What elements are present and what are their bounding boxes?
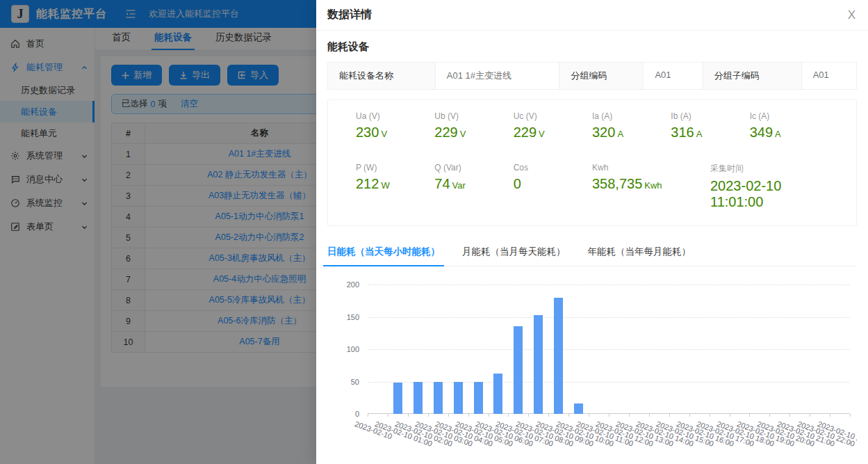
x-axis-tick [508, 414, 509, 417]
y-axis-label: 150 [327, 313, 359, 321]
drawer-header: 数据详情 X [316, 0, 868, 31]
field-value-3: A01 [801, 63, 856, 89]
stat-r1-3: Uc (V)229V [514, 111, 592, 141]
stat-r2-5: 采集时间2023-02-10 11:01:00 [710, 163, 828, 210]
x-axis-tick [468, 414, 469, 417]
device-section-title: 能耗设备 [327, 40, 857, 54]
x-axis-tick [388, 414, 388, 417]
energy-tab-1[interactable]: 日能耗（当天每小时能耗） [327, 246, 440, 266]
stat-r2-3: Cos0 [514, 163, 592, 210]
device-descriptions: 能耗设备名称A01 1#主变进线分组编码A01分组子编码A01 [327, 62, 857, 90]
stat-value: 358,735Kwh [592, 176, 710, 192]
stat-label: Uc (V) [514, 111, 592, 121]
stat-value: 349A [750, 125, 828, 141]
x-axis-tick [789, 414, 790, 417]
x-axis-tick [609, 414, 609, 417]
chart-plot-area [368, 285, 850, 414]
stat-label: Ub (V) [434, 111, 513, 121]
field-value-2: A01 [643, 63, 702, 89]
stat-value: 2023-02-10 11:01:00 [710, 178, 828, 210]
stat-label: Ic (A) [750, 111, 828, 121]
bar-2023-02-10 08:00 [534, 315, 543, 414]
stat-r1-5: Ib (A)316A [671, 111, 749, 141]
stat-suffix: V [381, 129, 387, 139]
stat-suffix: Var [452, 180, 466, 191]
x-axis-tick [568, 414, 569, 417]
x-axis-tick [769, 414, 770, 417]
stat-value: 229V [434, 125, 513, 141]
x-axis-tick [629, 414, 630, 417]
x-axis-tick [649, 414, 650, 417]
drawer-body: 能耗设备 能耗设备名称A01 1#主变进线分组编码A01分组子编码A01 Ua … [316, 31, 868, 449]
close-icon[interactable]: X [848, 9, 855, 21]
stat-value: 74Var [434, 176, 513, 192]
x-axis-tick [368, 414, 368, 417]
x-axis-tick [810, 414, 810, 417]
stat-label: P (W) [356, 163, 434, 173]
stat-label: Cos [514, 163, 592, 173]
energy-tab-3[interactable]: 年能耗（当年每月能耗） [588, 246, 691, 266]
x-axis-tick [528, 414, 529, 417]
energy-tabs: 日能耗（当天每小时能耗）月能耗（当月每天能耗）年能耗（当年每月能耗） [327, 246, 857, 266]
stat-value: 320A [592, 125, 671, 141]
field-value-1: A01 1#主变进线 [435, 63, 559, 89]
hourly-energy-chart: 0501001502002023-02-102023-02-10 01:0020… [327, 276, 857, 449]
bar-2023-02-10 04:00 [454, 382, 463, 414]
x-axis-tick [730, 414, 730, 417]
bar-2023-02-10 02:00 [413, 382, 423, 414]
x-axis-tick [548, 414, 549, 417]
stat-label: Q (Var) [434, 163, 513, 173]
stat-r1-6: Ic (A)349A [750, 111, 828, 141]
stat-value: 229V [514, 125, 592, 141]
measurements-panel: Ua (V)230VUb (V)229VUc (V)229VIa (A)320A… [327, 99, 857, 226]
drawer-title: 数据详情 [327, 8, 372, 22]
stat-suffix: A [696, 129, 703, 139]
data-detail-drawer: 数据详情 X 能耗设备 能耗设备名称A01 1#主变进线分组编码A01分组子编码… [316, 0, 868, 464]
gridline [368, 317, 850, 318]
energy-tab-2[interactable]: 月能耗（当月每天能耗） [462, 246, 566, 266]
stat-suffix: A [617, 129, 623, 139]
stat-suffix: Kwh [644, 180, 662, 191]
stat-label: Ib (A) [671, 111, 749, 121]
bar-2023-02-10 06:00 [493, 374, 502, 414]
x-axis-tick [489, 414, 489, 417]
x-axis-tick [850, 414, 851, 417]
x-axis-tick [448, 414, 449, 417]
x-axis-tick [408, 414, 409, 417]
stat-value: 316A [671, 125, 749, 141]
y-axis-label: 200 [327, 280, 359, 289]
bar-2023-02-10 01:00 [393, 383, 402, 414]
stat-suffix: V [460, 129, 466, 139]
field-label-3: 分组子编码 [703, 63, 801, 89]
bar-2023-02-10 10:00 [574, 403, 583, 414]
stat-label: Ia (A) [592, 111, 671, 121]
stat-r1-4: Ia (A)320A [592, 111, 671, 141]
stat-suffix: A [775, 129, 781, 139]
stat-r1-1: Ua (V)230V [356, 111, 434, 141]
stat-r2-4: Kwh358,735Kwh [592, 163, 710, 210]
field-label-1: 能耗设备名称 [328, 63, 435, 89]
field-label-2: 分组编码 [559, 63, 643, 89]
stat-value: 230V [356, 125, 434, 141]
stat-value: 212W [356, 176, 434, 192]
bar-2023-02-10 09:00 [554, 298, 563, 414]
stat-label: Ua (V) [356, 111, 434, 121]
x-axis-tick [749, 414, 750, 417]
stat-r1-2: Ub (V)229V [434, 111, 513, 141]
stat-r2-2: Q (Var)74Var [434, 163, 513, 210]
stat-r2-1: P (W)212W [356, 163, 434, 210]
x-axis-tick [669, 414, 670, 417]
bar-2023-02-10 07:00 [514, 326, 523, 414]
x-axis-tick [710, 414, 710, 417]
stat-suffix: W [381, 180, 389, 191]
stats-grid: Ua (V)230VUb (V)229VUc (V)229VIa (A)320A… [356, 111, 828, 210]
y-axis-label: 50 [327, 378, 359, 386]
gridline [368, 285, 850, 285]
stat-label: 采集时间 [710, 163, 828, 175]
x-axis-tick [689, 414, 690, 417]
bar-2023-02-10 05:00 [474, 382, 483, 414]
stat-value: 0 [514, 176, 592, 192]
x-axis-tick [428, 414, 429, 417]
app-screen: J 能耗监控平台 欢迎进入能耗监控平台 首页能耗管理历史数据记录能耗设备能耗单元… [0, 0, 868, 464]
bar-2023-02-10 03:00 [434, 382, 443, 414]
